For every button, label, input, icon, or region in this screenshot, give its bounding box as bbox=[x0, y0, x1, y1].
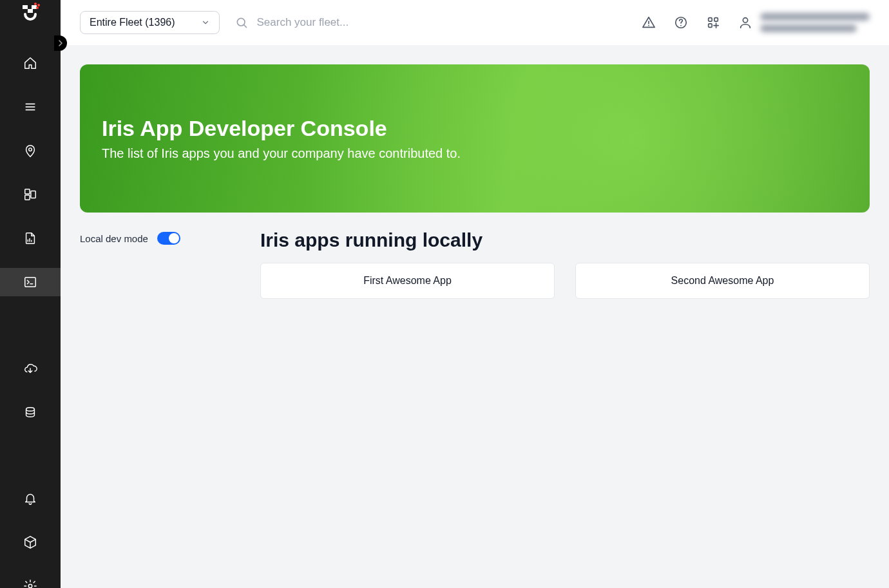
user-menu[interactable] bbox=[738, 13, 870, 32]
terminal-icon bbox=[23, 275, 37, 289]
sidebar-item-notifications[interactable] bbox=[0, 484, 61, 513]
cube-icon bbox=[23, 535, 37, 549]
data-stack-icon bbox=[23, 405, 37, 419]
brand-logo bbox=[0, 0, 61, 23]
hero-title: Iris App Developer Console bbox=[102, 116, 848, 141]
sidebar-item-settings[interactable] bbox=[0, 572, 61, 588]
bell-icon bbox=[23, 491, 37, 506]
svg-rect-23 bbox=[709, 18, 712, 22]
svg-rect-8 bbox=[31, 191, 35, 198]
svg-point-28 bbox=[743, 18, 747, 23]
svg-rect-7 bbox=[25, 189, 30, 194]
help-icon bbox=[674, 15, 688, 30]
topbar: Entire Fleet (1396) bbox=[61, 0, 889, 45]
user-name-area bbox=[760, 13, 870, 32]
sidebar-item-data[interactable] bbox=[0, 398, 61, 426]
search-icon bbox=[235, 16, 248, 29]
sidebar-item-report[interactable] bbox=[0, 224, 61, 252]
location-icon bbox=[23, 144, 37, 158]
section-title: Iris apps running locally bbox=[260, 229, 870, 251]
hero-subtitle: The list of Iris apps you and your compa… bbox=[102, 146, 848, 161]
app-card[interactable]: Second Awesome App bbox=[575, 263, 870, 299]
apps-plus-icon bbox=[706, 15, 720, 30]
svg-point-15 bbox=[26, 408, 35, 412]
chevron-down-icon bbox=[201, 18, 210, 27]
menu-icon bbox=[23, 100, 37, 114]
svg-point-22 bbox=[680, 25, 682, 26]
app-card-name: Second Awesome App bbox=[671, 275, 774, 286]
svg-point-2 bbox=[36, 6, 39, 9]
sidebar-item-download[interactable] bbox=[0, 354, 61, 383]
svg-point-0 bbox=[34, 3, 37, 5]
sidebar-item-widgets[interactable] bbox=[0, 180, 61, 209]
sidebar bbox=[0, 0, 61, 588]
svg-point-20 bbox=[648, 25, 649, 26]
svg-rect-13 bbox=[25, 278, 36, 287]
sidebar-item-console[interactable] bbox=[0, 268, 61, 296]
svg-rect-9 bbox=[25, 195, 30, 200]
sidebar-item-cube[interactable] bbox=[0, 528, 61, 556]
svg-rect-24 bbox=[714, 18, 718, 22]
content-area: Iris App Developer Console The list of I… bbox=[61, 45, 889, 588]
svg-point-16 bbox=[28, 584, 32, 588]
svg-point-6 bbox=[29, 148, 32, 151]
cloud-download-icon bbox=[23, 361, 37, 375]
svg-line-18 bbox=[244, 25, 246, 28]
search-input[interactable] bbox=[257, 16, 626, 29]
svg-point-1 bbox=[37, 4, 40, 6]
user-name-redacted bbox=[760, 13, 870, 21]
fleet-selector[interactable]: Entire Fleet (1396) bbox=[80, 11, 220, 34]
dev-mode-row: Local dev mode bbox=[80, 232, 241, 245]
help-button[interactable] bbox=[674, 15, 688, 30]
dev-mode-label: Local dev mode bbox=[80, 233, 148, 244]
apps-button[interactable] bbox=[706, 15, 720, 30]
sidebar-item-home[interactable] bbox=[0, 49, 61, 77]
user-icon bbox=[738, 15, 752, 30]
report-icon bbox=[23, 231, 37, 245]
alerts-button[interactable] bbox=[642, 15, 656, 30]
fleet-selector-label: Entire Fleet (1396) bbox=[90, 17, 175, 28]
user-company-redacted bbox=[760, 24, 857, 32]
toggle-knob bbox=[169, 233, 179, 243]
svg-rect-25 bbox=[709, 24, 712, 28]
home-icon bbox=[23, 56, 37, 70]
warning-icon bbox=[642, 15, 656, 30]
search-area bbox=[235, 16, 626, 29]
gear-icon bbox=[23, 579, 37, 588]
hero-banner: Iris App Developer Console The list of I… bbox=[80, 64, 870, 213]
app-card-name: First Awesome App bbox=[363, 275, 452, 286]
sidebar-item-menu[interactable] bbox=[0, 93, 61, 121]
app-card[interactable]: First Awesome App bbox=[260, 263, 555, 299]
sidebar-item-location[interactable] bbox=[0, 137, 61, 165]
dev-mode-toggle[interactable] bbox=[157, 232, 180, 245]
chevron-right-icon bbox=[58, 40, 63, 46]
widgets-icon bbox=[23, 187, 37, 202]
